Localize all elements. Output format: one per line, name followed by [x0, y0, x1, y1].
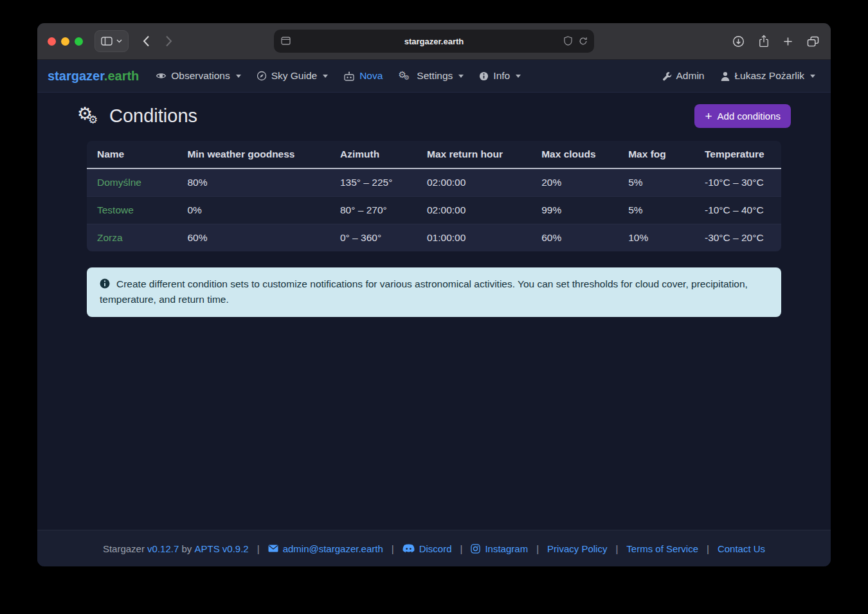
footer-separator: |: [536, 543, 539, 554]
main-content: ⚙⚙ Conditions + Add conditions Name: [37, 93, 831, 530]
add-conditions-button[interactable]: + Add conditions: [694, 104, 791, 128]
conditions-table-wrap: Name Min weather goodness Azimuth Max re…: [87, 141, 781, 251]
nav-right: Admin Łukasz Pożarlik: [662, 70, 815, 82]
nav-buttons: [143, 35, 172, 47]
caret-down-icon: [458, 75, 464, 78]
footer-separator: |: [257, 543, 260, 554]
col-header-temperature: Temperature: [694, 141, 781, 168]
footer-separator: |: [615, 543, 618, 554]
cell-max-fog: 10%: [618, 224, 694, 252]
zoom-window-button[interactable]: [75, 37, 83, 46]
downloads-icon[interactable]: [732, 35, 745, 48]
nav-item-nova[interactable]: Nova: [343, 70, 383, 82]
footer-separator: |: [707, 543, 709, 554]
col-header-azimuth: Azimuth: [330, 141, 417, 168]
nav-item-admin[interactable]: Admin: [662, 70, 705, 82]
back-button[interactable]: [143, 35, 150, 47]
cell-min-weather: 0%: [177, 197, 330, 224]
envelope-icon: [268, 545, 278, 552]
footer-version-link[interactable]: v0.12.7: [147, 543, 179, 554]
new-tab-icon[interactable]: [783, 37, 793, 46]
footer-separator: |: [460, 543, 463, 554]
col-header-max-fog: Max fog: [618, 141, 694, 168]
footer-discord-link[interactable]: Discord: [402, 543, 452, 554]
cell-min-weather: 80%: [177, 168, 330, 197]
cell-azimuth: 80° – 270°: [330, 197, 417, 224]
footer-app-name: Stargazer: [103, 543, 145, 554]
nav-label: Observations: [171, 70, 230, 82]
brand-logo[interactable]: stargazer.earth: [48, 69, 139, 84]
table-header-row: Name Min weather goodness Azimuth Max re…: [87, 141, 781, 168]
footer-contact-link[interactable]: Contact Us: [718, 543, 765, 554]
footer-framework-link[interactable]: APTS v0.9.2: [195, 543, 249, 554]
cell-temperature: -10°C – 40°C: [694, 197, 781, 224]
nav-item-sky-guide[interactable]: Sky Guide: [257, 70, 329, 82]
eye-icon: [156, 72, 167, 80]
site-footer: Stargazer v0.12.7 by APTS v0.9.2 | admin…: [37, 530, 831, 566]
minimize-window-button[interactable]: [61, 37, 69, 46]
footer-separator: |: [392, 543, 394, 554]
robot-icon: [343, 71, 355, 81]
privacy-shield-icon[interactable]: [564, 36, 572, 46]
address-bar[interactable]: stargazer.earth: [274, 30, 594, 53]
wrench-icon: [662, 71, 672, 81]
traffic-lights: [48, 37, 83, 46]
footer-instagram-link[interactable]: Instagram: [471, 543, 528, 554]
condition-name-link[interactable]: Domyślne: [87, 168, 177, 197]
nav-label: Admin: [676, 70, 705, 82]
cell-max-return: 01:00:00: [417, 224, 531, 252]
url-text: stargazer.earth: [404, 37, 464, 46]
tab-overview-icon[interactable]: [807, 36, 819, 47]
nav-label: Info: [493, 70, 510, 82]
condition-name-link[interactable]: Testowe: [87, 197, 177, 224]
nav-label: Settings: [417, 70, 453, 82]
footer-email-link[interactable]: admin@stargazer.earth: [268, 543, 383, 554]
nav-item-observations[interactable]: Observations: [156, 70, 240, 82]
user-name: Łukasz Pożarlik: [734, 70, 804, 82]
nav-item-settings[interactable]: ⚙⚙ Settings: [398, 70, 464, 82]
info-alert-text: Create different condition sets to custo…: [100, 278, 748, 305]
footer-app: Stargazer v0.12.7 by APTS v0.9.2: [103, 543, 249, 554]
cell-min-weather: 60%: [177, 224, 330, 252]
nav-label: Nova: [359, 70, 383, 82]
instagram-icon: [471, 544, 480, 554]
cell-max-clouds: 99%: [531, 197, 618, 224]
webpage: stargazer.earth Observations: [37, 60, 831, 566]
person-icon: [721, 71, 730, 81]
footer-terms-link[interactable]: Terms of Service: [626, 543, 698, 554]
share-icon[interactable]: [759, 35, 769, 48]
footer-email-text: admin@stargazer.earth: [283, 543, 383, 554]
cell-max-clouds: 20%: [531, 168, 618, 197]
cell-temperature: -10°C – 30°C: [694, 168, 781, 197]
table-row: Domyślne 80% 135° – 225° 02:00:00 20% 5%…: [87, 168, 781, 197]
user-menu[interactable]: Łukasz Pożarlik: [721, 70, 815, 82]
table-row: Zorza 60% 0° – 360° 01:00:00 60% 10% -30…: [87, 224, 781, 252]
col-header-min-weather: Min weather goodness: [177, 141, 330, 168]
sidebar-icon: [101, 37, 113, 46]
sidebar-toggle-button[interactable]: [95, 30, 129, 52]
browser-toolbar: stargazer.earth: [37, 23, 831, 60]
close-window-button[interactable]: [48, 37, 56, 46]
page-title: ⚙⚙ Conditions: [77, 105, 197, 127]
footer-privacy-link[interactable]: Privacy Policy: [547, 543, 607, 554]
cell-max-fog: 5%: [618, 168, 694, 197]
caret-down-icon: [516, 75, 521, 78]
reload-icon[interactable]: [579, 37, 588, 46]
caret-down-icon: [323, 75, 328, 78]
toolbar-actions: [732, 23, 819, 59]
plus-icon: +: [705, 110, 712, 122]
forward-button[interactable]: [165, 35, 172, 47]
compass-icon: [257, 71, 267, 81]
condition-name-link[interactable]: Zorza: [87, 224, 177, 252]
page-header: ⚙⚙ Conditions + Add conditions: [77, 104, 791, 128]
site-navbar: stargazer.earth Observations: [37, 60, 831, 93]
address-bar-actions: [564, 36, 588, 46]
info-circle-icon: [479, 71, 489, 81]
page-title-text: Conditions: [109, 105, 197, 127]
chevron-down-icon: [116, 39, 122, 43]
col-header-name: Name: [87, 141, 177, 168]
nav-item-info[interactable]: Info: [479, 70, 521, 82]
col-header-max-return: Max return hour: [417, 141, 531, 168]
cell-azimuth: 135° – 225°: [330, 168, 417, 197]
page-menu-icon[interactable]: [281, 37, 291, 45]
